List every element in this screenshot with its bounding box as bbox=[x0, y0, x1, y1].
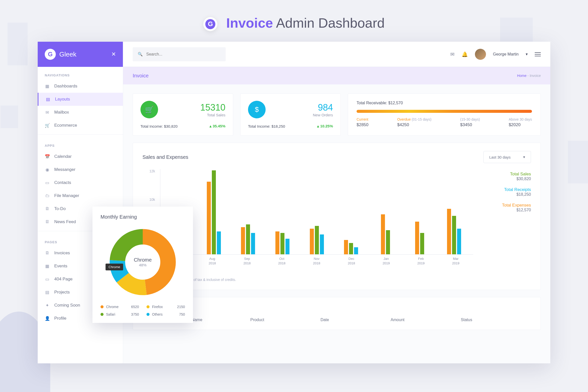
table-header: Date bbox=[320, 318, 390, 322]
receivable-card: Total Receivable: $12,570 Current$2850Ov… bbox=[348, 93, 541, 136]
table-header: Product bbox=[250, 318, 320, 322]
sidebar-item-file-manager[interactable]: 🗀File Manager bbox=[38, 189, 123, 202]
subheader: Invoice Home - Invoice bbox=[123, 67, 550, 84]
sidebar-item-mailbox[interactable]: ✉Mailbox bbox=[38, 106, 123, 119]
receivable-bucket: Current$2850 bbox=[357, 117, 368, 127]
kpi-trend: ▴ 35.45% bbox=[210, 124, 225, 128]
cart-icon: 🛒 bbox=[140, 101, 158, 118]
donut-center: Chrome 48% bbox=[134, 257, 152, 267]
bar-group bbox=[300, 226, 334, 254]
donut-title: Monthly Earning bbox=[101, 214, 185, 220]
sidebar-item-messanger[interactable]: ◉Messanger bbox=[38, 163, 123, 176]
mail-icon[interactable]: ✉ bbox=[450, 51, 455, 57]
avatar[interactable] bbox=[475, 49, 486, 60]
legend-item: Total Expenses$12,570 bbox=[481, 203, 531, 212]
table-header: Status bbox=[461, 318, 531, 322]
bell-icon[interactable]: 🔔 bbox=[462, 51, 468, 57]
receivable-bucket: Overdue (01-15 days)$4250 bbox=[397, 117, 431, 127]
kpi-income: Total Income: $30,820 bbox=[140, 124, 178, 128]
logo-icon: G bbox=[203, 17, 217, 31]
chevron-down-icon[interactable]: ▾ bbox=[526, 52, 528, 57]
todo-icon: 🗎 bbox=[45, 206, 50, 211]
kpi-value: 15310 bbox=[200, 102, 225, 113]
news-icon: 🗏 bbox=[45, 219, 50, 224]
kpi-total-sales: 🛒 15310 Total Sales Total Income: $30,82… bbox=[133, 93, 233, 136]
section-label-navigations: NAVIGATIONS bbox=[38, 67, 123, 80]
breadcrumb-current: Invoice bbox=[530, 74, 541, 78]
message-icon: ◉ bbox=[45, 167, 50, 172]
receivable-bucket: (15-30 days)$3450 bbox=[460, 117, 480, 127]
section-label-apps: APPS bbox=[38, 137, 123, 150]
dollar-icon: $ bbox=[248, 101, 266, 118]
donut-legend-item: Chrome6520 bbox=[101, 305, 139, 309]
brand[interactable]: G Gleek bbox=[45, 49, 76, 60]
menu-icon[interactable] bbox=[535, 52, 541, 56]
sidebar-header: G Gleek ✕ bbox=[38, 42, 123, 67]
chart-title: Sales and Expenses bbox=[142, 154, 188, 160]
brand-logo-icon: G bbox=[45, 49, 56, 60]
bar-group bbox=[368, 214, 403, 254]
sidebar-item-layouts[interactable]: ▤Layouts bbox=[38, 93, 123, 106]
events-icon: ▦ bbox=[45, 264, 50, 269]
sales-expenses-card: Sales and Expenses Last 30 days▾ 12k10k8… bbox=[133, 143, 541, 290]
search-box[interactable]: 🔍 bbox=[133, 47, 226, 61]
kpi-income: Total Income: $18,250 bbox=[248, 124, 285, 128]
chevron-down-icon: ▾ bbox=[523, 155, 525, 159]
sidebar-item-calendar[interactable]: 📅Calendar bbox=[38, 150, 123, 163]
settings-icon[interactable]: ✕ bbox=[111, 51, 116, 58]
search-icon: 🔍 bbox=[138, 52, 143, 57]
donut-legend-item: Firefox2150 bbox=[146, 305, 185, 309]
legend-item: Total Receipts$18,250 bbox=[481, 187, 531, 197]
search-input[interactable] bbox=[146, 52, 221, 57]
brand-name: Gleek bbox=[59, 51, 76, 58]
rocket-icon: ✦ bbox=[45, 303, 50, 308]
table-header: Amount bbox=[391, 318, 461, 322]
receivable-title: Total Receivable: $12,570 bbox=[357, 101, 532, 105]
legend-item: Total Sales$30,820 bbox=[481, 172, 531, 181]
sidebar-item-dashboards[interactable]: ▦Dashboards bbox=[38, 80, 123, 93]
layouts-icon: ▤ bbox=[45, 97, 51, 102]
chart-note: * Sales figures are based on net of tax … bbox=[142, 278, 531, 282]
error-icon: ▭ bbox=[45, 277, 50, 282]
invoice-icon: 🗎 bbox=[45, 251, 50, 256]
user-name[interactable]: George Martin bbox=[493, 52, 519, 57]
kpi-label: Total Sales bbox=[200, 113, 225, 117]
breadcrumb: Home - Invoice bbox=[517, 74, 541, 78]
kpi-label: New Orders bbox=[313, 113, 333, 117]
bar-group bbox=[231, 224, 265, 254]
topbar: 🔍 ✉ 🔔 George Martin ▾ bbox=[123, 42, 550, 67]
user-icon: 👤 bbox=[45, 316, 50, 321]
calendar-icon: 📅 bbox=[45, 154, 50, 159]
sidebar-item-ecommerce[interactable]: 🛒Ecommerce bbox=[38, 119, 123, 132]
bar-group bbox=[265, 231, 300, 254]
bar-group bbox=[403, 222, 437, 254]
mail-icon: ✉ bbox=[45, 110, 50, 115]
monthly-earning-card: Monthly Earning Chrome Chrome 48% Chrome… bbox=[92, 207, 193, 323]
donut-legend-item: Others750 bbox=[146, 312, 185, 316]
donut-legend-item: Safari3750 bbox=[101, 312, 139, 316]
contacts-icon: ▭ bbox=[45, 180, 50, 185]
cart-icon: 🛒 bbox=[45, 123, 50, 128]
time-range-dropdown[interactable]: Last 30 days▾ bbox=[483, 151, 531, 163]
kpi-trend: ▴ 10.25% bbox=[317, 124, 333, 128]
recent-candidates-card: Recent Candidates Inv. NoClient NameProd… bbox=[133, 297, 541, 330]
bar-group bbox=[334, 240, 368, 254]
kpi-new-orders: $ 984 New Orders Total Income: $18,250 ▴… bbox=[240, 93, 341, 136]
receivable-bar bbox=[357, 110, 532, 113]
folder-icon: 🗀 bbox=[45, 193, 50, 198]
dashboard-icon: ▦ bbox=[45, 84, 50, 89]
receivable-bucket: Above 30 days$2020 bbox=[509, 117, 532, 127]
kpi-value: 984 bbox=[313, 102, 333, 113]
sidebar-item-contacts[interactable]: ▭Contacts bbox=[38, 176, 123, 189]
bar-group bbox=[197, 170, 231, 254]
projects-icon: ▤ bbox=[45, 290, 50, 295]
donut-tooltip: Chrome bbox=[106, 264, 123, 270]
bar-group bbox=[437, 209, 471, 254]
breadcrumb-home[interactable]: Home bbox=[517, 74, 526, 78]
page-heading: G Invoice Admin Dashboard bbox=[0, 0, 588, 41]
table-title: Recent Candidates bbox=[142, 305, 531, 311]
page-title: Invoice bbox=[133, 73, 149, 79]
